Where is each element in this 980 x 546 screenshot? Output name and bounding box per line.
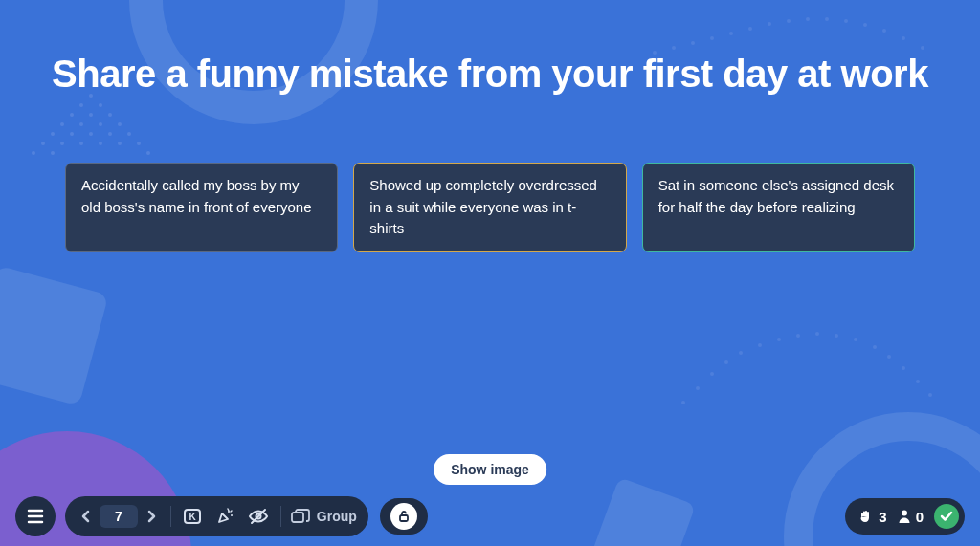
show-image-button[interactable]: Show image bbox=[434, 454, 546, 485]
group-button[interactable]: Group bbox=[291, 509, 357, 524]
prev-slide-button[interactable] bbox=[77, 506, 94, 527]
svg-point-47 bbox=[815, 332, 819, 336]
svg-point-54 bbox=[928, 393, 932, 397]
response-text: Showed up completely overdressed in a su… bbox=[369, 175, 610, 240]
confetti-icon bbox=[215, 507, 234, 526]
raised-hands-stat: 3 bbox=[858, 509, 886, 525]
status-badge bbox=[934, 504, 959, 529]
svg-point-66 bbox=[902, 511, 907, 516]
svg-point-52 bbox=[902, 366, 905, 370]
page-title: Share a funny mistake from your first da… bbox=[13, 53, 967, 96]
lock-toggle-button[interactable] bbox=[378, 496, 430, 536]
svg-point-40 bbox=[696, 386, 700, 390]
svg-point-61 bbox=[231, 514, 233, 516]
menu-icon bbox=[27, 509, 44, 524]
check-icon bbox=[940, 511, 953, 522]
responses-row: Accidentally called my boss by my old bo… bbox=[0, 163, 980, 252]
svg-point-42 bbox=[724, 360, 728, 364]
slide-number[interactable]: 7 bbox=[100, 505, 138, 528]
keyboard-shortcuts-button[interactable]: K bbox=[181, 506, 204, 527]
chevron-left-icon bbox=[80, 510, 90, 523]
chevron-right-icon bbox=[147, 510, 157, 523]
bottom-toolbar: 7 K bbox=[15, 496, 965, 536]
svg-point-49 bbox=[854, 338, 858, 341]
main-controls-pill: 7 K bbox=[65, 496, 368, 536]
svg-point-44 bbox=[758, 343, 762, 347]
participants-stat: 0 bbox=[898, 509, 924, 525]
stats-pill[interactable]: 3 0 bbox=[845, 498, 965, 535]
participants-count: 0 bbox=[916, 509, 924, 525]
response-card[interactable]: Showed up completely overdressed in a su… bbox=[353, 163, 626, 252]
svg-point-43 bbox=[739, 351, 743, 355]
hide-results-button[interactable] bbox=[246, 506, 271, 527]
response-text: Accidentally called my boss by my old bo… bbox=[81, 175, 322, 218]
unlock-icon bbox=[397, 510, 411, 523]
svg-point-46 bbox=[796, 334, 800, 338]
svg-point-45 bbox=[777, 338, 781, 341]
group-icon bbox=[291, 509, 310, 524]
svg-rect-64 bbox=[292, 513, 303, 522]
raised-hands-count: 3 bbox=[879, 509, 886, 525]
svg-point-53 bbox=[916, 380, 920, 383]
response-card[interactable]: Accidentally called my boss by my old bo… bbox=[65, 163, 338, 252]
next-slide-button[interactable] bbox=[144, 506, 161, 527]
eye-off-icon bbox=[248, 508, 269, 525]
menu-button[interactable] bbox=[15, 496, 56, 536]
svg-rect-65 bbox=[400, 515, 408, 521]
svg-point-50 bbox=[873, 345, 877, 349]
person-icon bbox=[898, 509, 911, 524]
svg-point-51 bbox=[887, 355, 891, 359]
keyboard-icon: K bbox=[183, 508, 202, 525]
group-label: Group bbox=[317, 509, 357, 524]
response-text: Sat in someone else's assigned desk for … bbox=[658, 175, 899, 218]
svg-point-41 bbox=[710, 372, 714, 376]
hand-icon bbox=[858, 509, 874, 525]
response-card[interactable]: Sat in someone else's assigned desk for … bbox=[642, 163, 915, 252]
svg-point-39 bbox=[681, 401, 685, 404]
svg-point-48 bbox=[835, 334, 838, 338]
svg-text:K: K bbox=[189, 512, 196, 522]
confetti-button[interactable] bbox=[213, 505, 236, 528]
